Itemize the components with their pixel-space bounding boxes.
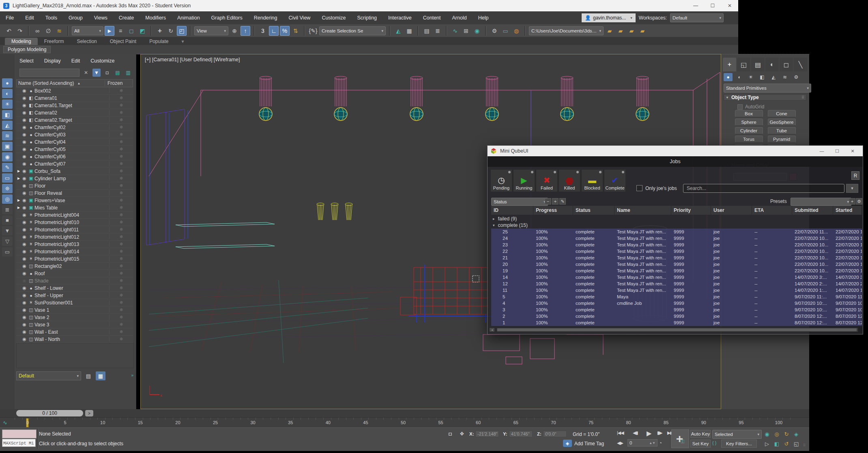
menu-tools[interactable]: Tools: [40, 11, 63, 24]
list-item[interactable]: ◉●Shelf - Upper❄: [16, 292, 133, 299]
visibility-eye-icon[interactable]: ◉: [21, 307, 28, 313]
filter-running-button[interactable]: ▶Running: [513, 169, 535, 192]
ribbon-tab-object-paint[interactable]: Object Paint: [103, 38, 143, 45]
visibility-eye-icon[interactable]: ◉: [21, 139, 28, 145]
frozen-snowflake-icon[interactable]: ❄: [109, 242, 133, 247]
visibility-eye-icon[interactable]: ◉: [21, 322, 28, 327]
add-filter-button[interactable]: +: [552, 198, 559, 205]
maximize-button[interactable]: ☐: [704, 0, 721, 11]
primitive-button-cylinder[interactable]: Cylinder: [735, 127, 763, 134]
hierarchy-tab[interactable]: ▤: [751, 58, 765, 71]
frozen-snowflake-icon[interactable]: ❄: [109, 110, 133, 115]
list-item[interactable]: ◉☀PhotometricLight012❄: [16, 233, 133, 241]
explorer-menu-display[interactable]: Display: [44, 58, 61, 64]
frozen-snowflake-icon[interactable]: ❄: [109, 337, 133, 342]
frozen-snowflake-icon[interactable]: ❄: [109, 205, 133, 210]
ribbon-tab-freeform[interactable]: Freeform: [38, 38, 71, 45]
mini-curve-editor-icon[interactable]: ∿: [3, 420, 7, 426]
frozen-snowflake-icon[interactable]: ❄: [109, 168, 133, 174]
visibility-eye-icon[interactable]: ◉: [21, 285, 28, 291]
menu-arnold[interactable]: Arnold: [447, 11, 473, 24]
scrollbar-thumb[interactable]: [497, 328, 857, 331]
menu-group[interactable]: Group: [63, 11, 88, 24]
frozen-snowflake-icon[interactable]: ❄: [109, 256, 133, 261]
filter-icon[interactable]: ▽: [2, 237, 13, 246]
container-icon[interactable]: ▭: [2, 247, 13, 257]
display-hidden-icon[interactable]: ◎: [2, 194, 13, 204]
display-geometry-icon[interactable]: ●: [2, 78, 13, 88]
visibility-eye-icon[interactable]: ◉: [21, 293, 28, 298]
column-header-started[interactable]: Started: [833, 206, 862, 215]
menu-scripting[interactable]: Scripting: [351, 11, 382, 24]
list-item[interactable]: ◉●Roof❄: [16, 270, 133, 277]
display-bones-icon[interactable]: ✎: [2, 163, 13, 172]
current-frame-field[interactable]: 0▲▼: [627, 439, 657, 447]
visibility-eye-icon[interactable]: ◉: [21, 154, 28, 159]
visibility-eye-icon[interactable]: ◉: [21, 161, 28, 166]
pan-icon[interactable]: ▷: [763, 440, 771, 448]
go-to-start-button[interactable]: |◀◀: [617, 430, 624, 436]
column-header-status[interactable]: Status: [573, 206, 614, 215]
preset-settings-icon[interactable]: ⚙: [856, 198, 862, 205]
list-item[interactable]: ◉◧Camera01❄: [16, 95, 133, 102]
only-joes-jobs-checkbox[interactable]: Only joe's jobs: [636, 185, 677, 191]
zoom-icon[interactable]: ◉: [763, 430, 771, 438]
expand-arrow-icon[interactable]: ▶: [16, 198, 21, 202]
visibility-eye-icon[interactable]: ◉: [21, 103, 28, 108]
snaps-toggle-icon[interactable]: 3: [258, 26, 268, 36]
collapse-tree-icon[interactable]: ▥: [124, 69, 132, 77]
list-item[interactable]: ◉●ChamferCyl03❄: [16, 131, 133, 138]
more-options-icon[interactable]: »: [131, 373, 133, 378]
track-bar[interactable]: ∿ 05101520253035404550556065707580859095…: [0, 417, 809, 428]
display-frozen-icon[interactable]: ❊: [2, 184, 13, 193]
scroll-left-button[interactable]: ◂: [489, 328, 495, 332]
set-keys-button[interactable]: +⚿: [671, 429, 689, 448]
presets-dropdown[interactable]: ▾: [791, 198, 851, 206]
utilities-tab[interactable]: ╲: [794, 58, 807, 71]
spinner-snap-toggle-icon[interactable]: ⇅: [291, 26, 301, 36]
next-frame-arrow-button[interactable]: >: [85, 410, 93, 416]
ribbon-tab-populate[interactable]: Populate: [143, 38, 175, 45]
menu-interactive[interactable]: Interactive: [382, 11, 417, 24]
frozen-snowflake-icon[interactable]: ❄: [109, 95, 133, 101]
frozen-snowflake-icon[interactable]: ❄: [109, 227, 133, 232]
menu-graph-editors[interactable]: Graph Editors: [206, 11, 248, 24]
menu-help[interactable]: Help: [473, 11, 494, 24]
frozen-snowflake-icon[interactable]: ❄: [109, 190, 133, 196]
angle-snap-toggle-icon[interactable]: ∟: [269, 26, 279, 36]
frozen-snowflake-icon[interactable]: ❄: [109, 139, 133, 145]
orbit-icon[interactable]: ↺: [782, 440, 791, 448]
auto-key-button[interactable]: Auto Key: [690, 430, 711, 438]
save-file-icon[interactable]: ▰: [616, 26, 625, 36]
import-file-icon[interactable]: ▰: [627, 26, 636, 36]
primitive-button-cone[interactable]: Cone: [768, 110, 796, 117]
list-item[interactable]: ◉●Box002❄: [16, 87, 133, 95]
explorer-menu-edit[interactable]: Edit: [71, 58, 80, 64]
object-category-dropdown[interactable]: Standard Primitives ▾: [724, 84, 811, 93]
name-column-header[interactable]: Name (Sorted Ascending): [18, 80, 74, 86]
list-item[interactable]: ◉◧Camera02❄: [16, 109, 133, 116]
search-options-dropdown[interactable]: ▼: [846, 184, 858, 193]
frozen-snowflake-icon[interactable]: ❄: [109, 263, 133, 269]
autogrid-checkbox[interactable]: AutoGrid: [737, 104, 764, 110]
named-selection-sets-dropdown[interactable]: Create Selection Se▾: [319, 26, 386, 35]
list-item[interactable]: ◉●ChamferCyl06❄: [16, 153, 133, 160]
ribbon-tab-modeling[interactable]: Modeling: [5, 38, 38, 45]
modify-tab[interactable]: ◱: [737, 58, 750, 71]
space-warps-category-icon[interactable]: ≋: [780, 73, 789, 81]
column-header-id[interactable]: ID: [491, 206, 533, 215]
workspace-dropdown[interactable]: Default ▾: [670, 13, 724, 22]
unlink-selection-icon[interactable]: ∅: [43, 26, 53, 36]
remove-filter-button[interactable]: −: [545, 198, 551, 205]
maxscript-listener-pink-field[interactable]: [2, 429, 37, 438]
display-shapes-icon[interactable]: ◐: [2, 89, 13, 98]
ribbon-tab-selection[interactable]: Selection: [70, 38, 103, 45]
select-and-rotate-icon[interactable]: ↻: [166, 26, 176, 36]
filter-pending-button[interactable]: ◷Pending: [490, 169, 512, 192]
explorer-column-header[interactable]: Name (Sorted Ascending) ▲ Frozen: [16, 79, 133, 87]
frame-spinner-icon[interactable]: ◀▶: [617, 440, 623, 446]
visibility-eye-icon[interactable]: ◉: [21, 278, 28, 283]
close-button[interactable]: ✕: [721, 0, 738, 11]
select-and-link-icon[interactable]: ∞: [32, 26, 42, 36]
lights-category-icon[interactable]: ☀: [746, 73, 755, 81]
